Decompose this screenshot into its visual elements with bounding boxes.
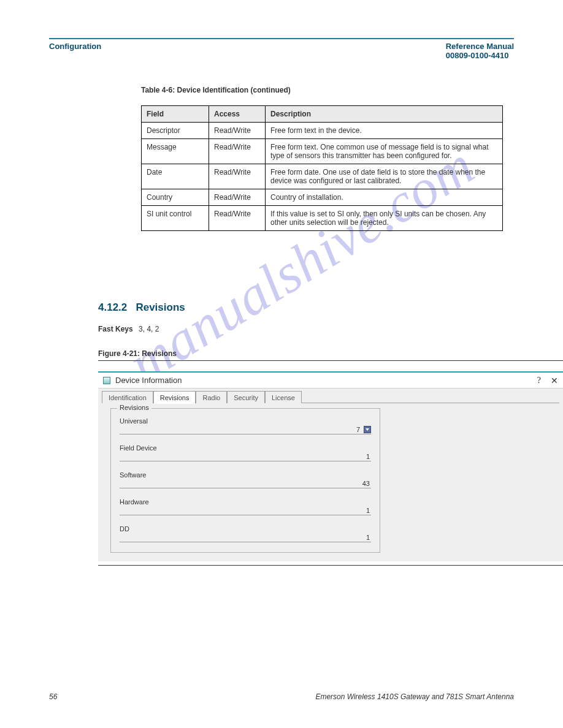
- table-header-row: Field Access Description: [142, 106, 503, 123]
- dd-input[interactable]: 1: [120, 533, 371, 542]
- table-row: Message Read/Write Free form text. One c…: [142, 139, 503, 164]
- cell: SI unit control: [142, 206, 209, 231]
- tabstrip: Identification Revisions Radio Security …: [98, 389, 563, 403]
- tab-security[interactable]: Security: [227, 391, 265, 403]
- field-value: 1: [120, 453, 371, 460]
- revisions-groupbox: Revisions Universal 7 Field Device 1 Sof…: [110, 408, 380, 553]
- field-device-input[interactable]: 1: [120, 452, 371, 461]
- dialog-titlebar: Device Information ? ✕: [98, 373, 563, 389]
- th-field: Field: [142, 106, 209, 123]
- section-title: Revisions: [136, 301, 185, 313]
- dialog-title: Device Information: [115, 376, 537, 385]
- field-universal: Universal 7: [120, 417, 371, 434]
- cell: Country of installation.: [266, 189, 503, 206]
- field-field-device: Field Device 1: [120, 444, 371, 461]
- field-software: Software 43: [120, 471, 371, 488]
- cell: Descriptor: [142, 123, 209, 139]
- close-button[interactable]: ✕: [551, 376, 558, 385]
- cell: Read/Write: [209, 123, 266, 139]
- groupbox-legend: Revisions: [117, 404, 151, 411]
- field-label: Universal: [120, 417, 371, 425]
- field-label: Software: [120, 471, 371, 479]
- device-info-dialog: Device Information ? ✕ Identification Re…: [98, 371, 563, 561]
- cell: If this value is set to SI only, then on…: [266, 206, 503, 231]
- identification-table: Field Access Description Descriptor Read…: [141, 105, 503, 231]
- field-value: 1: [120, 507, 371, 514]
- software-input[interactable]: 43: [120, 479, 371, 488]
- figure-rule-top: [98, 360, 563, 361]
- header-manual-label: Reference Manual: [446, 42, 514, 51]
- cell: Date: [142, 164, 209, 189]
- tab-radio[interactable]: Radio: [196, 391, 227, 403]
- section-number: 4.12.2: [98, 301, 127, 313]
- hardware-input[interactable]: 1: [120, 506, 371, 515]
- table-caption: Table 4-6: Device Identification (contin…: [141, 86, 291, 94]
- field-label: Hardware: [120, 498, 371, 506]
- app-icon: [103, 377, 110, 384]
- cell: Read/Write: [209, 164, 266, 189]
- field-dd: DD 1: [120, 525, 371, 542]
- header-rule: [49, 38, 514, 39]
- cell: Read/Write: [209, 206, 266, 231]
- cell: Read/Write: [209, 189, 266, 206]
- header-left: Configuration: [49, 42, 101, 51]
- universal-select[interactable]: 7: [120, 425, 371, 434]
- cell: Read/Write: [209, 139, 266, 164]
- field-label: Field Device: [120, 444, 371, 452]
- fast-keys-row: Fast Keys 3, 4, 2: [98, 325, 563, 333]
- field-value: 7: [120, 426, 361, 433]
- fast-keys-value: 3, 4, 2: [139, 325, 159, 333]
- table-row: Descriptor Read/Write Free form text in …: [142, 123, 503, 139]
- cell: Free form text in the device.: [266, 123, 503, 139]
- field-value: 1: [120, 534, 371, 541]
- field-label: DD: [120, 525, 371, 533]
- th-access: Access: [209, 106, 266, 123]
- help-button[interactable]: ?: [537, 376, 541, 385]
- cell: Free form date. One use of date field is…: [266, 164, 503, 189]
- tab-identification[interactable]: Identification: [102, 391, 153, 403]
- cell: Message: [142, 139, 209, 164]
- page-number: 56: [49, 692, 57, 701]
- table-row: Date Read/Write Free form date. One use …: [142, 164, 503, 189]
- header-right: Reference Manual 00809-0100-4410: [446, 42, 514, 60]
- field-hardware: Hardware 1: [120, 498, 371, 515]
- footer-doc-title: Emerson Wireless 1410S Gateway and 781S …: [315, 692, 514, 701]
- cell: Country: [142, 189, 209, 206]
- field-value: 43: [120, 480, 371, 487]
- chevron-down-icon[interactable]: [364, 426, 371, 433]
- figure-rule-bottom: [98, 565, 563, 566]
- tab-license[interactable]: License: [265, 391, 302, 403]
- figure-caption: Figure 4-21: Revisions: [98, 349, 177, 358]
- th-description: Description: [266, 106, 503, 123]
- cell: Free form text. One common use of messag…: [266, 139, 503, 164]
- table-row: SI unit control Read/Write If this value…: [142, 206, 503, 231]
- header-docnum: 00809-0100-4410: [446, 51, 509, 60]
- section-heading: 4.12.2 Revisions: [98, 301, 185, 314]
- table-row: Country Read/Write Country of installati…: [142, 189, 503, 206]
- tab-revisions[interactable]: Revisions: [153, 391, 196, 404]
- fast-keys-label: Fast Keys: [98, 325, 133, 333]
